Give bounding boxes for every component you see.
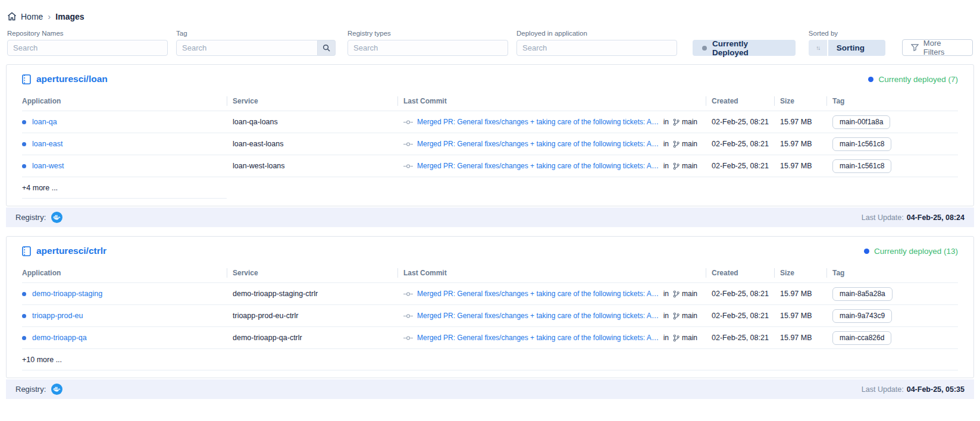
application-link[interactable]: loan-west [32,162,64,170]
app-status-dot-icon [22,336,26,340]
sort-direction-button[interactable]: ↑↓ [809,40,827,56]
repository-names-label: Repository Names [7,30,168,37]
commit-message-link[interactable]: Merged PR: General fixes/changes + takin… [417,312,659,320]
filter-bar: Repository Names Tag Registry types Depl… [6,30,974,64]
commit-message-link[interactable]: Merged PR: General fixes/changes + takin… [417,290,659,298]
commit-in-label: in [663,312,669,320]
deployed-status-label: Currently deployed (13) [874,247,958,256]
docker-registry-icon [51,212,62,223]
deployed-status: Currently deployed (13) [864,247,958,256]
created-value: 02-Feb-25, 08:21 [706,312,774,320]
more-filters-button[interactable]: More Filters [902,39,973,56]
breadcrumb-home-link[interactable]: Home [7,12,43,21]
tag-label: Tag [176,30,336,37]
repo-title-link[interactable]: aperturesci/loan [22,74,108,84]
more-filters-label: More Filters [923,39,964,56]
table-row: loan-west loan-west-loans Merged PR: Gen… [22,155,958,177]
breadcrumb-home-label[interactable]: Home [21,12,43,21]
service-name: demo-trioapp-staging-ctrlr [227,290,397,298]
application-link[interactable]: demo-trioapp-staging [32,290,102,298]
application-link[interactable]: demo-trioapp-qa [32,334,87,342]
application-link[interactable]: loan-east [32,140,62,148]
commit-message-link[interactable]: Merged PR: General fixes/changes + takin… [417,118,659,126]
column-header-service: Service [227,92,397,111]
service-name: loan-east-loans [227,140,397,148]
tag-badge: main-8a5a28a [832,287,893,301]
last-update-value: 04-Feb-25, 08:24 [907,213,965,222]
card-header: aperturesci/loan Currently deployed (7) [7,65,973,92]
table-header-row: Application Service Last Commit Created … [22,263,958,283]
commit-message-link[interactable]: Merged PR: General fixes/changes + takin… [417,140,659,148]
tag-badge: main-cca826d [832,331,891,345]
git-branch-icon [673,118,680,126]
repository-icon [22,74,31,84]
git-branch-icon [673,162,680,170]
filter-funnel-icon [911,44,919,51]
images-page: Home › Images Repository Names Tag Regis… [0,0,980,399]
column-header-tag: Tag [826,92,958,111]
git-branch-icon [673,290,680,298]
commit-in-label: in [663,140,669,148]
card-footer: Registry: Last Update: 04-Feb-25, 05:35 [6,379,974,399]
currently-deployed-dot-icon [702,46,707,51]
app-status-dot-icon [22,142,26,146]
repo-title-link[interactable]: aperturesci/ctrlr [22,246,107,256]
show-more-rows[interactable]: +4 more ... [22,177,958,199]
tag-filter: Tag [176,30,336,56]
commit-icon [403,291,413,297]
table-row: trioapp-prod-eu trioapp-prod-eu-ctrlr Me… [22,305,958,327]
repo-card-ctrlr: aperturesci/ctrlr Currently deployed (13… [6,236,974,399]
branch-name: main [682,290,697,298]
sorting-dropdown[interactable]: Sorting [828,40,885,56]
commit-icon [403,164,413,169]
column-header-created: Created [706,263,774,282]
tag-badge: main-1c561c8 [832,159,891,173]
column-header-last-commit: Last Commit [397,92,706,111]
deployed-in-application-input[interactable] [516,40,677,56]
tag-search-button[interactable] [318,40,336,56]
branch-name: main [682,140,697,148]
chevron-right-icon: › [48,11,51,21]
repository-names-filter: Repository Names [7,30,168,56]
branch-name: main [682,118,697,126]
repo-name[interactable]: aperturesci/loan [36,74,108,84]
table-row: demo-trioapp-qa demo-trioapp-qa-ctrlr Me… [22,327,958,349]
repo-card-loan: aperturesci/loan Currently deployed (7) … [6,64,974,227]
commit-icon [403,313,413,319]
app-status-dot-icon [22,314,26,318]
size-value: 15.97 MB [774,312,826,320]
service-name: loan-qa-loans [227,118,397,126]
sorted-by-label: Sorted by [809,30,885,37]
commit-icon [403,335,413,341]
currently-deployed-toggle[interactable]: Currently Deployed [693,40,796,56]
tag-badge: main-1c561c8 [832,137,891,151]
service-name: demo-trioapp-qa-ctrlr [227,334,397,342]
application-link[interactable]: trioapp-prod-eu [32,312,83,320]
commit-icon [403,142,413,147]
card-header: aperturesci/ctrlr Currently deployed (13… [7,237,973,263]
registry-label: Registry: [15,213,46,222]
deployed-in-application-filter: Deployed in application [516,30,677,56]
commit-message-link[interactable]: Merged PR: General fixes/changes + takin… [417,334,659,342]
repo-name[interactable]: aperturesci/ctrlr [36,246,107,256]
deployed-status-label: Currently deployed (7) [878,75,958,84]
column-header-service: Service [227,263,397,282]
sort-group: Sorted by ↑↓ Sorting [809,30,885,56]
last-update-label: Last Update: [862,213,904,222]
repository-names-input[interactable] [7,40,168,56]
commit-icon [403,120,413,125]
application-link[interactable]: loan-qa [32,118,57,126]
registry-types-input[interactable] [347,40,508,56]
size-value: 15.97 MB [774,162,826,170]
breadcrumb: Home › Images [6,0,974,30]
repository-icon [22,246,31,256]
tag-input[interactable] [176,40,318,56]
size-value: 15.97 MB [774,290,826,298]
column-header-last-commit: Last Commit [397,263,706,282]
size-value: 15.97 MB [774,140,826,148]
created-value: 02-Feb-25, 08:21 [706,118,774,126]
app-status-dot-icon [22,120,26,124]
commit-message-link[interactable]: Merged PR: General fixes/changes + takin… [417,162,659,170]
show-more-rows[interactable]: +10 more ... [22,349,958,370]
sorting-dropdown-label: Sorting [837,43,865,52]
